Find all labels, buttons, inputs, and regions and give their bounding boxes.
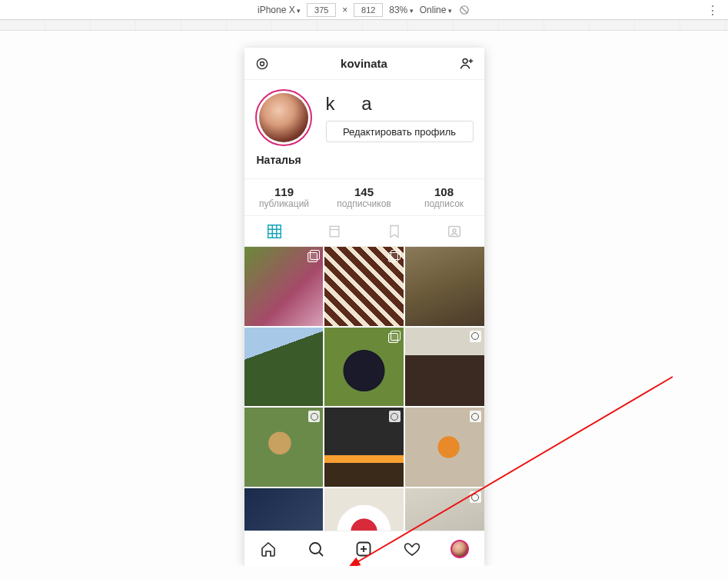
svg-rect-14 (448, 226, 460, 236)
camera-icon (470, 331, 481, 342)
profile-row: k a Редактировать профиль (244, 80, 484, 151)
edit-profile-button[interactable]: Редактировать профиль (326, 121, 474, 142)
post-thumbnail[interactable] (244, 328, 324, 407)
stat-posts-count: 119 (244, 185, 324, 198)
viewport-height-input[interactable] (354, 3, 383, 17)
carousel-icon (308, 250, 320, 261)
svg-point-2 (257, 58, 267, 68)
device-frame: kovinata k a Редактировать профиль Натал… (244, 48, 484, 566)
stat-followers-label: подписчиков (324, 198, 404, 209)
camera-icon (389, 411, 401, 422)
stat-following-count: 108 (404, 185, 484, 198)
stat-following[interactable]: 108 подписок (404, 179, 484, 215)
post-thumbnail[interactable] (405, 408, 484, 487)
camera-icon (470, 491, 481, 503)
svg-point-4 (464, 58, 468, 63)
header-username: kovinata (341, 57, 387, 70)
post-thumbnail[interactable] (405, 488, 484, 531)
post-thumbnail[interactable] (244, 408, 324, 487)
nav-profile[interactable] (450, 539, 470, 559)
post-thumbnail[interactable] (324, 247, 404, 326)
tab-feed[interactable] (304, 216, 364, 246)
stats-bar: 119 публикаций 145 подписчиков 108 подпи… (244, 178, 484, 216)
svg-line-17 (320, 552, 324, 556)
post-thumbnail[interactable] (244, 488, 324, 531)
camera-icon (308, 411, 320, 422)
profile-display-name: Наталья (244, 151, 484, 178)
camera-icon (470, 411, 481, 422)
carousel-icon (389, 250, 401, 261)
bottom-nav (244, 531, 484, 566)
stat-followers[interactable]: 145 подписчиков (324, 179, 404, 215)
tab-tagged[interactable] (424, 216, 484, 246)
stat-followers-count: 145 (324, 185, 404, 198)
svg-rect-12 (330, 226, 339, 236)
profile-avatar[interactable] (255, 89, 312, 146)
post-thumbnail[interactable] (324, 328, 404, 407)
devtools-toolbar: iPhone X × 83% Online ⋮ (0, 0, 728, 20)
nav-avatar-icon (450, 540, 469, 558)
app-header: kovinata (244, 48, 484, 80)
tab-saved[interactable] (364, 216, 424, 246)
rotate-icon[interactable] (458, 4, 470, 16)
stat-posts-label: публикаций (244, 198, 324, 209)
dimension-separator: × (342, 5, 347, 15)
nav-home[interactable] (258, 539, 278, 559)
svg-point-15 (452, 229, 455, 232)
svg-rect-7 (268, 225, 281, 238)
avatar-image (259, 93, 308, 142)
view-tabs (244, 216, 484, 247)
svg-point-16 (310, 543, 321, 554)
settings-gear-icon[interactable] (254, 55, 271, 72)
zoom-selector[interactable]: 83% (389, 5, 414, 15)
profile-username-large: k a (326, 93, 474, 115)
device-selector[interactable]: iPhone X (258, 5, 301, 15)
post-thumbnail[interactable] (324, 488, 404, 531)
posts-grid (244, 247, 484, 531)
ruler (0, 20, 728, 31)
discover-people-icon[interactable] (457, 55, 474, 72)
nav-new-post[interactable] (354, 539, 374, 559)
tab-grid[interactable] (244, 216, 304, 246)
post-thumbnail[interactable] (324, 408, 404, 487)
post-thumbnail[interactable] (405, 247, 484, 326)
post-thumbnail[interactable] (405, 328, 484, 407)
nav-search[interactable] (306, 539, 326, 559)
stat-following-label: подписок (404, 198, 484, 209)
stat-posts[interactable]: 119 публикаций (244, 179, 324, 215)
carousel-icon (389, 331, 401, 342)
svg-point-3 (260, 62, 264, 65)
svg-line-1 (461, 6, 467, 12)
viewport-width-input[interactable] (307, 3, 336, 17)
overflow-menu-icon[interactable]: ⋮ (706, 3, 719, 18)
post-thumbnail[interactable] (244, 247, 324, 326)
nav-activity[interactable] (402, 539, 422, 559)
network-selector[interactable]: Online (420, 5, 452, 15)
